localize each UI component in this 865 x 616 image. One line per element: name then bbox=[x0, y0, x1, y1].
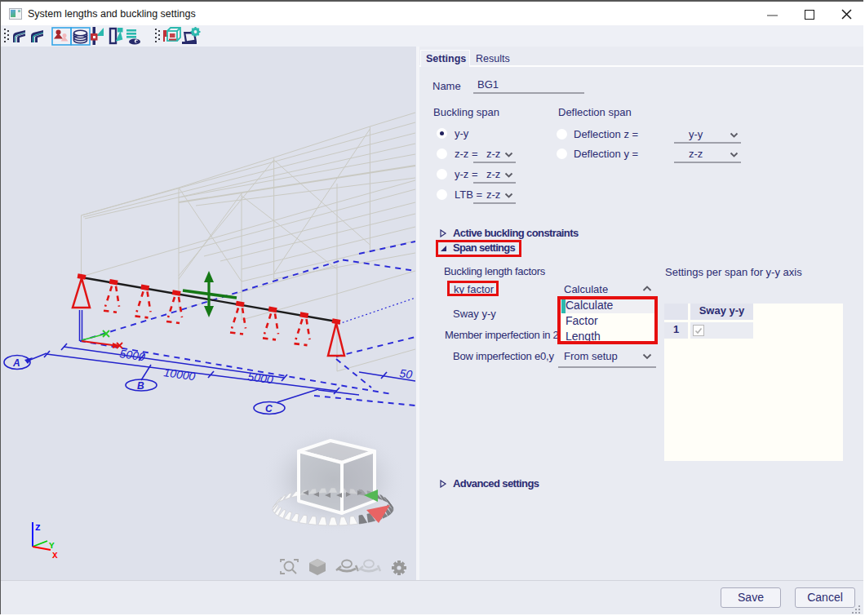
svg-text:B: B bbox=[137, 380, 144, 392]
svg-text:X: X bbox=[52, 551, 58, 561]
svg-text:A: A bbox=[12, 357, 20, 369]
svg-text:10000: 10000 bbox=[163, 366, 197, 383]
svg-text:C: C bbox=[265, 403, 273, 414]
svg-text:Z: Z bbox=[35, 523, 41, 533]
svg-text:5000: 5000 bbox=[247, 370, 274, 386]
svg-text:5000: 5000 bbox=[119, 347, 146, 363]
svg-text:50: 50 bbox=[399, 366, 414, 381]
svg-text:Y: Y bbox=[49, 541, 55, 551]
